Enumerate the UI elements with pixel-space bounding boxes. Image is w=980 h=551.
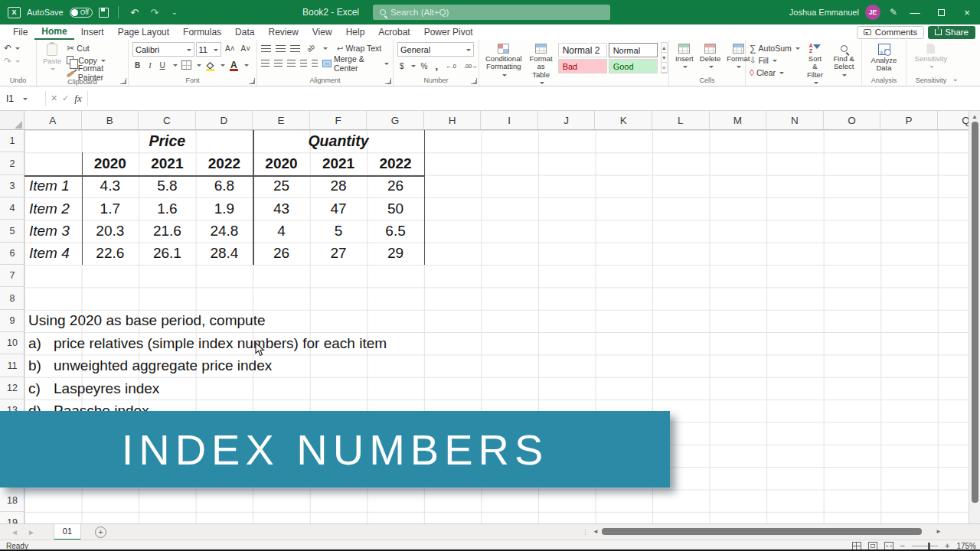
save-icon[interactable] (99, 8, 109, 18)
close-button[interactable]: × (954, 0, 980, 24)
row-header-11[interactable]: 11 (0, 355, 24, 377)
italic-button[interactable]: I (146, 59, 153, 71)
redo-icon[interactable]: ↷ (148, 7, 162, 18)
restore-button[interactable] (928, 0, 954, 24)
cell-B3[interactable]: 4.3 (82, 175, 139, 197)
column-header-A[interactable]: A (24, 111, 82, 130)
cell-G2[interactable]: 2022 (367, 152, 424, 174)
fill-button[interactable]: ⇩Fill (750, 54, 800, 66)
sensitivity-button[interactable]: Sensitivity (913, 42, 950, 70)
column-header-M[interactable]: M (710, 111, 767, 130)
align-top-icon[interactable] (261, 45, 271, 52)
avatar[interactable]: JE (865, 5, 880, 20)
cell-C6[interactable]: 26.1 (139, 243, 196, 265)
cell-E5[interactable]: 4 (253, 220, 310, 242)
cell-A4[interactable]: Item 2 (24, 197, 82, 220)
zoom-slider[interactable] (912, 546, 938, 546)
style-bad[interactable]: Bad (558, 59, 607, 73)
column-header-G[interactable]: G (367, 111, 424, 130)
font-size-select[interactable]: 11 (196, 42, 221, 57)
cell-D2[interactable]: 2022 (196, 152, 253, 174)
column-header-J[interactable]: J (538, 111, 596, 130)
underline-button[interactable]: U (158, 59, 168, 71)
undo-icon[interactable]: ↶ (128, 7, 142, 18)
cell-G4[interactable]: 50 (367, 197, 424, 220)
format-painter-button[interactable]: Format Painter (67, 67, 124, 78)
minimize-button[interactable]: — (902, 0, 928, 24)
align-right-icon[interactable] (287, 60, 296, 67)
cell-C4[interactable]: 1.6 (139, 197, 196, 220)
gallery-up-icon[interactable]: ▲ (662, 43, 667, 53)
cell-B2[interactable]: 2020 (82, 152, 139, 174)
autosave-toggle[interactable]: Off (70, 8, 93, 18)
cell-A12[interactable]: c)Laspeyres index (28, 377, 159, 399)
cell-A6[interactable]: Item 4 (24, 243, 82, 265)
cell-E2[interactable]: 2020 (253, 152, 310, 174)
cell-F3[interactable]: 28 (310, 175, 368, 197)
merge-center-button[interactable]: ↔Merge & Center (322, 57, 389, 69)
cell-A9[interactable]: Using 2020 as base period, compute (28, 310, 265, 332)
align-left-icon[interactable] (261, 60, 270, 67)
tab-view[interactable]: View (305, 24, 339, 40)
number-format-select[interactable]: General (397, 42, 474, 57)
cell-D4[interactable]: 1.9 (196, 197, 253, 220)
enter-icon[interactable]: ✓ (60, 93, 71, 103)
name-box-chevron-icon[interactable] (23, 98, 28, 103)
column-header-P[interactable]: P (880, 111, 938, 130)
column-header-D[interactable]: D (196, 111, 253, 130)
increase-decimal-button[interactable]: ←.0 (443, 60, 459, 72)
shrink-font-button[interactable]: A˅ (238, 42, 253, 54)
borders-icon[interactable] (181, 60, 191, 70)
cell-E6[interactable]: 26 (253, 243, 310, 265)
percent-button[interactable]: % (419, 60, 430, 72)
cell-A3[interactable]: Item 1 (24, 175, 82, 197)
cell-E1-quantity-header[interactable]: Quantity (253, 130, 424, 152)
cell-D3[interactable]: 6.8 (196, 175, 253, 197)
delete-cells-button[interactable]: Delete (697, 42, 723, 70)
format-as-table-button[interactable]: Format asTable (528, 42, 555, 88)
cell-C5[interactable]: 21.6 (139, 220, 196, 242)
normal-view-icon[interactable] (852, 542, 861, 550)
cell-A11[interactable]: b)unweighted aggregate price index (28, 355, 272, 377)
style-normal-2[interactable]: Normal 2 (558, 43, 607, 57)
cell-B6[interactable]: 22.6 (82, 243, 139, 265)
scroll-right-icon[interactable]: ► (936, 528, 942, 535)
sheet-tab-01[interactable]: 01 (54, 524, 81, 540)
row-header-7[interactable]: 7 (0, 265, 24, 287)
cut-button[interactable]: ✂Cut (67, 42, 124, 54)
cell-G6[interactable]: 29 (367, 243, 424, 265)
column-header-F[interactable]: F (310, 111, 368, 130)
cell-A5[interactable]: Item 3 (24, 220, 82, 242)
dialog-launcher-icon[interactable] (471, 78, 477, 84)
pencil-icon[interactable]: ✎ (890, 7, 897, 18)
find-select-button[interactable]: Find &Select (830, 42, 858, 80)
column-header-C[interactable]: C (139, 111, 196, 130)
column-header-Q[interactable]: Q (938, 111, 969, 130)
new-sheet-icon[interactable]: + (95, 527, 106, 538)
dialog-launcher-icon[interactable] (249, 78, 255, 84)
sheet-prev-icon[interactable]: ◄ (11, 528, 18, 536)
cell-D6[interactable]: 28.4 (196, 243, 253, 265)
customize-qat-chevron-icon[interactable]: ⌄ (168, 8, 181, 16)
column-header-K[interactable]: K (596, 111, 653, 130)
excel-app-icon[interactable]: X (8, 7, 21, 18)
row-header-6[interactable]: 6 (0, 243, 24, 265)
font-color-button[interactable]: A (229, 60, 239, 70)
cell-B5[interactable]: 20.3 (82, 220, 139, 242)
vertical-scrollbar[interactable]: ▲ ▼ (969, 111, 980, 536)
style-normal[interactable]: Normal (609, 43, 658, 57)
decrease-decimal-button[interactable]: .00→ (462, 60, 480, 72)
cell-A10[interactable]: a)price relatives (simple index numbers)… (28, 332, 387, 354)
cell-G5[interactable]: 6.5 (367, 220, 424, 242)
dialog-launcher-icon[interactable] (385, 78, 391, 84)
row-header-8[interactable]: 8 (0, 287, 24, 309)
cell-E3[interactable]: 25 (253, 175, 310, 197)
paste-button[interactable]: Paste (41, 42, 64, 73)
sheet-next-icon[interactable]: ► (28, 528, 35, 536)
tab-acrobat[interactable]: Acrobat (371, 24, 416, 40)
select-all-corner[interactable] (0, 111, 24, 130)
cell-F5[interactable]: 5 (310, 220, 368, 242)
tab-power-pivot[interactable]: Power Pivot (417, 24, 480, 40)
formula-input[interactable] (90, 90, 980, 107)
row-header-3[interactable]: 3 (0, 175, 24, 197)
